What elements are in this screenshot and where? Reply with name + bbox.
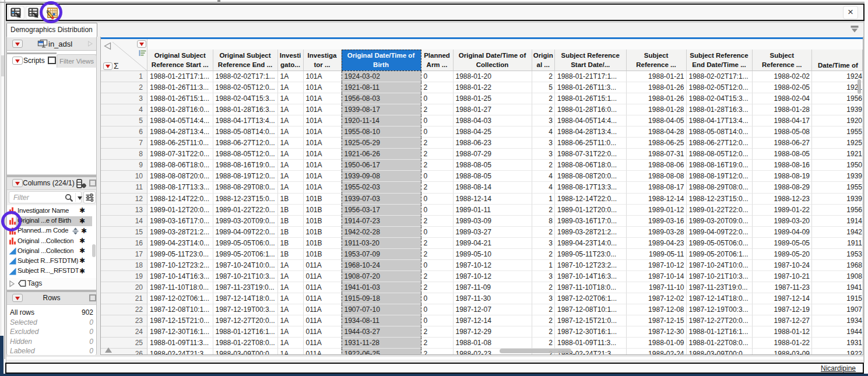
grid-cell[interactable]: 1924-03-02 — [342, 71, 421, 82]
row-number[interactable]: 5 — [101, 115, 147, 126]
grid-cell[interactable]: 1987-10-12T23:2... — [555, 260, 627, 271]
grid-cell[interactable]: 1939 — [812, 194, 863, 205]
grid-cell[interactable]: 1989-03-16T17:0... — [555, 216, 627, 227]
column-header[interactable]: Subject ReferenceStart Date/... — [555, 50, 627, 71]
columns-corner-red-triangle-button[interactable] — [137, 40, 146, 48]
grid-cell[interactable]: 1A — [278, 115, 304, 126]
grid-cell[interactable]: 1942 — [812, 227, 863, 238]
grid-cell[interactable]: 1989-05-20T06:1... — [687, 249, 753, 260]
grid-cell[interactable]: 1988-01-12T16:1... — [687, 326, 753, 338]
columns-red-triangle-button[interactable] — [12, 179, 23, 187]
grid-cell[interactable]: 1A — [278, 138, 304, 149]
grid-cell[interactable]: 1A — [278, 293, 304, 304]
grid-cell[interactable]: 1989-04-09 — [753, 227, 813, 238]
grid-cell[interactable]: 1988-01-28T16:0... — [147, 104, 213, 115]
grid-cell[interactable]: 2 — [421, 216, 454, 227]
grid-cell[interactable]: 0 — [421, 115, 454, 126]
column-header[interactable]: Original ... — [532, 50, 556, 71]
collapse-left-icon[interactable] — [104, 42, 111, 50]
grid-cell[interactable]: 1988-01-22T08:0... — [687, 338, 753, 349]
grid-cell[interactable]: 1988-06-25T11:0... — [555, 138, 627, 149]
grid-cell[interactable]: 1988-08-05T12:0... — [213, 149, 278, 160]
grid-cell[interactable]: 1988-12-14 — [627, 194, 687, 205]
grid-cell[interactable]: 1989-01-12T20:0... — [555, 205, 627, 216]
column-header[interactable]: Investigato... — [278, 50, 304, 71]
grid-cell[interactable]: 1956 — [812, 93, 863, 104]
grid-cell[interactable]: 1988-12-14T22:0... — [555, 194, 627, 205]
grid-cell[interactable]: 2 — [532, 315, 556, 326]
grid-cell[interactable]: 1987-12-02 — [627, 293, 687, 304]
grid-cell[interactable]: 1988-08-05T12:0... — [687, 149, 753, 160]
grid-cell[interactable]: 1988-01-22T08:0... — [213, 338, 278, 349]
grid-cell[interactable]: 1988-08-29T08:0... — [213, 182, 278, 193]
grid-cell[interactable]: 1939-07-03 — [342, 194, 421, 205]
grid-cell[interactable]: 2 — [532, 93, 556, 104]
grid-cell[interactable]: 101A — [304, 171, 342, 182]
scripts-checkbox[interactable] — [48, 57, 56, 64]
columns-panel-checkbox[interactable] — [89, 180, 96, 187]
column-header[interactable]: Original SubjectReference Start ... — [147, 50, 213, 71]
grid-cell[interactable]: 011A — [304, 282, 342, 293]
grid-cell[interactable]: 1988-12-23 — [753, 194, 813, 205]
grid-cell[interactable]: 1988-03-09T00:0... — [687, 349, 753, 354]
grid-cell[interactable]: 1989-05-20 — [753, 249, 813, 260]
grid-cell[interactable]: 1988-08-08T20:0... — [555, 171, 627, 182]
grid-cell[interactable]: 1987-11-10 — [627, 282, 687, 293]
grid-cell[interactable]: 2 — [421, 326, 454, 338]
grid-cell[interactable]: 1988-08-17T13:3... — [555, 182, 627, 193]
row-number[interactable]: 8 — [101, 149, 147, 160]
grid-cell[interactable]: 1989-04-23 — [627, 238, 687, 249]
grid-cell[interactable]: 1988-04-17T13:4... — [687, 115, 753, 126]
row-number[interactable]: 2 — [101, 82, 147, 93]
rows-panel-checkbox[interactable] — [89, 294, 96, 301]
grid-cell[interactable]: 101B — [304, 227, 342, 238]
grid-cell[interactable]: 1988-08-14 — [454, 182, 532, 193]
grid-cell[interactable]: 2 — [421, 282, 454, 293]
grid-cell[interactable]: 1988-08-16T19:0... — [213, 160, 278, 171]
grid-cell[interactable]: 011A — [304, 349, 342, 354]
grid-cell[interactable]: 1988-08-17 — [627, 182, 687, 193]
grid-cell[interactable]: 1988-02-02T17:1... — [687, 71, 753, 82]
status-source-link[interactable]: Nicardipine — [821, 364, 856, 373]
grid-cell[interactable]: 1A — [278, 182, 304, 193]
grid-cell[interactable]: 0 — [421, 71, 454, 82]
grid-cell[interactable]: 1987-10-24T10:0... — [687, 260, 753, 271]
grid-cell[interactable]: 1987-10-12 — [627, 260, 687, 271]
grid-cell[interactable]: 011A — [304, 338, 342, 349]
grid-cell[interactable]: 1988-08-05 — [454, 160, 532, 171]
grid-cell[interactable]: 1988-04-28 — [627, 126, 687, 138]
grid-cell[interactable]: 101A — [304, 71, 342, 82]
grid-cell[interactable]: 1988-08-08 — [627, 171, 687, 182]
grid-cell[interactable]: 1939-08-17 — [342, 104, 421, 115]
grid-cell[interactable]: 1987-10-14 — [627, 271, 687, 282]
grid-cell[interactable]: 1989-03-20T09:0... — [213, 216, 278, 227]
grid-cell[interactable]: 1A — [278, 104, 304, 115]
grid-cell[interactable]: 1989-05-10 — [454, 249, 532, 260]
grid-cell[interactable]: 1988-02-05 — [753, 82, 813, 93]
grid-cell[interactable]: 101A — [304, 104, 342, 115]
column-header[interactable]: Original SubjectReference End ... — [213, 50, 278, 71]
grid-cell[interactable]: 1A — [278, 326, 304, 338]
grid-cell[interactable]: 1955 — [812, 182, 863, 193]
grid-cell[interactable]: 1 — [532, 194, 556, 205]
grid-cell[interactable]: 1987-12-14T18:0... — [687, 293, 753, 304]
grid-cell[interactable]: 1988-04-25 — [454, 126, 532, 138]
grid-cell[interactable]: 1956-03-17 — [342, 205, 421, 216]
grid-cell[interactable]: 1988-01-26T15:1... — [147, 93, 213, 104]
grid-cell[interactable]: 1988-01-09T11:3... — [555, 338, 627, 349]
grid-cell[interactable]: 1989-03-28T21:2... — [147, 227, 213, 238]
table-name[interactable]: in_adsl — [48, 40, 72, 48]
grid-cell[interactable]: 1915 — [812, 293, 863, 304]
grid-cell[interactable]: 1987-10-21T10:3... — [213, 271, 278, 282]
grid-cell[interactable]: 1934-08-11 — [342, 315, 421, 326]
grid-cell[interactable]: 1988-01-28T16:0... — [555, 104, 627, 115]
column-header[interactable]: SubjectReference ... — [627, 50, 687, 71]
grid-cell[interactable]: 2 — [421, 149, 454, 160]
grid-cell[interactable]: 1988-01-22 — [454, 82, 532, 93]
grid-cell[interactable]: 0 — [421, 171, 454, 182]
scroll-up-arrow-icon[interactable] — [105, 347, 112, 353]
grid-cell[interactable]: 1988-01-27 — [454, 104, 532, 115]
grid-cell[interactable]: 0 — [421, 93, 454, 104]
grid-cell[interactable]: 1939-09-08 — [342, 171, 421, 182]
rows-corner-red-triangle-button[interactable] — [103, 62, 113, 70]
